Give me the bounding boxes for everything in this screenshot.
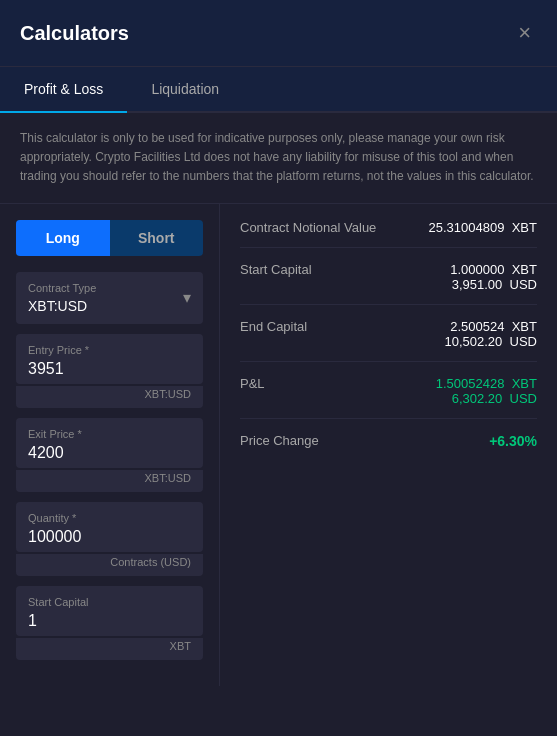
- pnl-row: P&L 1.50052428 XBT 6,302.20 USD: [240, 376, 537, 419]
- exit-price-field: Exit Price *: [16, 418, 203, 468]
- end-capital-xbt-value: 2.500524 XBT: [444, 319, 537, 334]
- start-capital-right-label: Start Capital: [240, 262, 312, 277]
- quantity-field: Quantity *: [16, 502, 203, 552]
- main-content: Long Short Contract Type XBT:USD ▾ Entry…: [0, 204, 557, 686]
- disclaimer-text: This calculator is only to be used for i…: [0, 113, 557, 204]
- start-capital-input[interactable]: [28, 612, 191, 630]
- entry-price-label: Entry Price *: [28, 344, 191, 356]
- left-panel: Long Short Contract Type XBT:USD ▾ Entry…: [0, 204, 220, 686]
- contract-type-field[interactable]: Contract Type XBT:USD ▾: [16, 272, 203, 324]
- tab-profit-loss[interactable]: Profit & Loss: [0, 67, 127, 113]
- tabs-container: Profit & Loss Liquidation: [0, 67, 557, 113]
- long-short-toggle: Long Short: [16, 220, 203, 256]
- right-panel: Contract Notional Value 25.31004809 XBT …: [220, 204, 557, 686]
- entry-price-input[interactable]: [28, 360, 191, 378]
- contract-type-label: Contract Type: [28, 282, 96, 294]
- start-capital-row: Start Capital 1.000000 XBT 3,951.00 USD: [240, 262, 537, 305]
- start-capital-xbt-value: 1.000000 XBT: [450, 262, 537, 277]
- start-capital-field: Start Capital: [16, 586, 203, 636]
- price-change-row: Price Change +6.30%: [240, 433, 537, 461]
- modal-header: Calculators ×: [0, 0, 557, 67]
- contract-notional-xbt: 25.31004809 XBT: [429, 220, 537, 235]
- contract-notional-values: 25.31004809 XBT: [429, 220, 537, 235]
- pnl-usd-value: 6,302.20 USD: [436, 391, 537, 406]
- price-change-value: +6.30%: [489, 433, 537, 449]
- start-capital-unit: XBT: [16, 638, 203, 660]
- short-button[interactable]: Short: [110, 220, 204, 256]
- modal-title: Calculators: [20, 22, 129, 45]
- tab-liquidation[interactable]: Liquidation: [127, 67, 243, 111]
- contract-type-info: Contract Type XBT:USD: [28, 282, 96, 314]
- end-capital-usd-value: 10,502.20 USD: [444, 334, 537, 349]
- exit-price-unit: XBT:USD: [16, 470, 203, 492]
- end-capital-row: End Capital 2.500524 XBT 10,502.20 USD: [240, 319, 537, 362]
- exit-price-input[interactable]: [28, 444, 191, 462]
- start-capital-usd-value: 3,951.00 USD: [450, 277, 537, 292]
- exit-price-label: Exit Price *: [28, 428, 191, 440]
- dropdown-icon: ▾: [183, 288, 191, 307]
- modal-container: Calculators × Profit & Loss Liquidation …: [0, 0, 557, 736]
- quantity-input[interactable]: [28, 528, 191, 546]
- start-capital-label: Start Capital: [28, 596, 191, 608]
- price-change-label: Price Change: [240, 433, 319, 448]
- contract-type-value: XBT:USD: [28, 298, 96, 314]
- price-change-values: +6.30%: [489, 433, 537, 449]
- contract-notional-label: Contract Notional Value: [240, 220, 376, 235]
- start-capital-values: 1.000000 XBT 3,951.00 USD: [450, 262, 537, 292]
- entry-price-field: Entry Price *: [16, 334, 203, 384]
- pnl-values: 1.50052428 XBT 6,302.20 USD: [436, 376, 537, 406]
- close-button[interactable]: ×: [512, 18, 537, 48]
- contract-notional-row: Contract Notional Value 25.31004809 XBT: [240, 220, 537, 248]
- quantity-label: Quantity *: [28, 512, 191, 524]
- end-capital-label: End Capital: [240, 319, 307, 334]
- pnl-label: P&L: [240, 376, 265, 391]
- quantity-unit: Contracts (USD): [16, 554, 203, 576]
- entry-price-unit: XBT:USD: [16, 386, 203, 408]
- end-capital-values: 2.500524 XBT 10,502.20 USD: [444, 319, 537, 349]
- long-button[interactable]: Long: [16, 220, 110, 256]
- pnl-xbt-value: 1.50052428 XBT: [436, 376, 537, 391]
